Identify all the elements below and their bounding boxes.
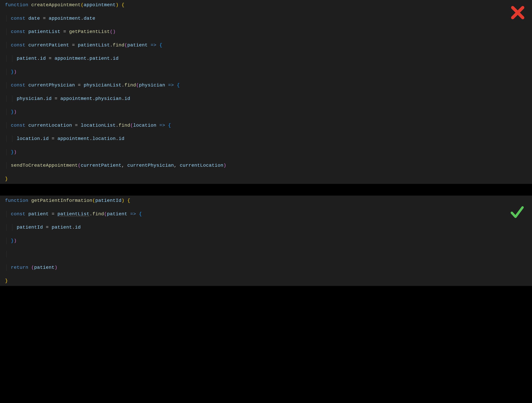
code-line: patientId = patient.id	[5, 224, 527, 231]
code-line: }	[5, 277, 527, 284]
code-line: })	[5, 238, 527, 244]
code-line: })	[5, 149, 527, 156]
code-block: function getPatientInformation(patientId…	[5, 197, 527, 284]
code-snippet-good: function getPatientInformation(patientId…	[0, 196, 532, 286]
code-line: const date = appointment.date	[5, 15, 527, 22]
code-line: patient.id = appointment.patient.id	[5, 55, 527, 62]
code-line: }	[5, 176, 527, 182]
code-line: const patientList = getPatientList()	[5, 28, 527, 35]
code-line: return (patient)	[5, 264, 527, 271]
code-line: function createAppointment(appointment) …	[5, 2, 527, 8]
code-line: const patient = patientList.find(patient…	[5, 211, 527, 217]
code-line: location.id = appointment.location.id	[5, 135, 527, 142]
code-line: const currentPhysician = physicianList.f…	[5, 82, 527, 89]
code-line: const currentLocation = locationList.fin…	[5, 122, 527, 129]
code-block: function createAppointment(appointment) …	[5, 2, 527, 182]
code-line	[5, 251, 527, 258]
code-snippet-bad: function createAppointment(appointment) …	[0, 0, 532, 184]
code-line: const currentPatient = patientList.find(…	[5, 42, 527, 49]
code-line: })	[5, 109, 527, 115]
code-line: physician.id = appointment.physician.id	[5, 95, 527, 102]
code-line: function getPatientInformation(patientId…	[5, 197, 527, 204]
code-line: })	[5, 69, 527, 75]
code-line: sendToCreateAppointment(currentPatient, …	[5, 162, 527, 169]
